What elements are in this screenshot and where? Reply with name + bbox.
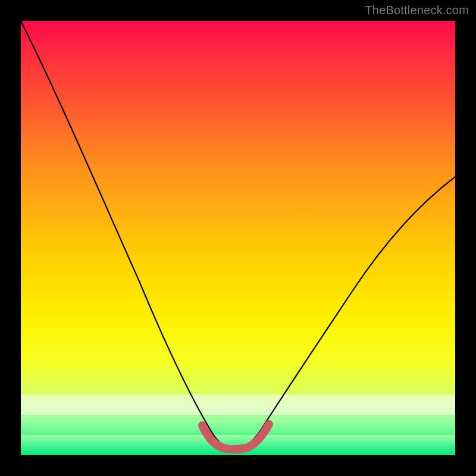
curve-layer bbox=[21, 21, 455, 455]
bottleneck-curve bbox=[21, 21, 455, 449]
plot-area bbox=[21, 21, 455, 455]
chart-frame: TheBottleneck.com bbox=[0, 0, 476, 476]
highlighted-minimum bbox=[202, 424, 269, 449]
watermark-text: TheBottleneck.com bbox=[365, 4, 469, 17]
